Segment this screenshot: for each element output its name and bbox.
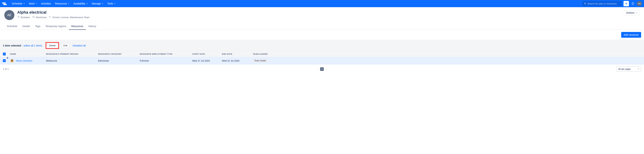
resources-table: Name Resource's Primary Region Resource … xyxy=(0,51,644,65)
select-all-link[interactable]: select all 1 items xyxy=(24,44,42,47)
meta-location: Brisbane xyxy=(17,16,30,19)
chevron-down-icon: ▼ xyxy=(23,3,25,4)
col-employment[interactable]: Resource Employment Type xyxy=(140,53,192,55)
col-end-date[interactable]: End Date xyxy=(222,53,253,55)
chevron-down-icon: ▼ xyxy=(36,3,37,4)
search-input[interactable] xyxy=(588,2,620,5)
resource-name-link[interactable]: Alison Johnston xyxy=(16,59,32,62)
top-navbar: Schedule▼ Work▼ Activities Resources▼ Av… xyxy=(0,0,644,7)
location-icon xyxy=(17,16,20,19)
svg-rect-3 xyxy=(33,16,34,18)
nav-resources[interactable]: Resources▼ xyxy=(53,1,71,6)
nav-schedule[interactable]: Schedule▼ xyxy=(10,1,26,6)
chevron-down-icon: ▼ xyxy=(68,3,70,4)
cell-category: Electrician xyxy=(98,59,140,62)
chevron-down-icon: ▼ xyxy=(638,68,639,70)
cell-start-date: Wed 17 Jul 2024 xyxy=(192,59,222,62)
col-team-leader[interactable]: Team Leader xyxy=(253,53,641,55)
cell-team-leader: Team leader xyxy=(253,59,641,62)
chevron-down-icon: ▼ xyxy=(102,3,103,4)
tabs: Schedule Details Tags Temporary regions … xyxy=(0,20,644,30)
nav-activities[interactable]: Activities xyxy=(39,1,53,6)
user-avatar[interactable]: HH xyxy=(637,1,642,6)
app-logo[interactable] xyxy=(2,2,7,5)
check-icon xyxy=(4,53,5,55)
tab-details[interactable]: Details xyxy=(20,23,32,30)
delete-button[interactable]: Delete xyxy=(46,43,58,48)
col-name[interactable]: Name xyxy=(10,53,46,55)
meta-role: Electrician xyxy=(32,16,46,19)
page-number[interactable]: 1 xyxy=(320,67,324,71)
briefcase-icon xyxy=(32,16,35,19)
tab-resources[interactable]: Resources xyxy=(69,23,86,30)
page-header: AE Alpha electrical Brisbane Electrician… xyxy=(0,7,644,20)
nav-menu: Schedule▼ Work▼ Activities Resources▼ Av… xyxy=(10,1,582,6)
svg-point-4 xyxy=(50,16,50,16)
tab-history[interactable]: History xyxy=(86,23,99,30)
table-header: Name Resource's Primary Region Resource … xyxy=(0,51,644,57)
col-start-date[interactable]: Start Date xyxy=(192,53,222,55)
add-resource-row: Add resource xyxy=(0,30,644,40)
entity-avatar: AE xyxy=(4,10,14,20)
delete-highlight: Delete xyxy=(46,42,59,49)
tab-tags[interactable]: Tags xyxy=(32,23,43,30)
select-all-checkbox[interactable] xyxy=(3,53,6,55)
pagination: 1 of 1 ‹ 1 › 30 per page ▼ xyxy=(0,65,644,73)
page-title: Alpha electrical xyxy=(17,10,621,15)
meta-row: Brisbane Electrician Drivers License, Ma… xyxy=(17,16,621,19)
page-info: 1 of 1 xyxy=(3,68,9,70)
nav-work[interactable]: Work▼ xyxy=(27,1,39,6)
selection-bar: 1 item selected - select all 1 items Del… xyxy=(0,40,644,51)
svg-rect-1 xyxy=(3,4,7,5)
deselect-all-link[interactable]: Deselect all xyxy=(72,44,86,47)
chevron-down-icon: ▼ xyxy=(86,3,88,4)
svg-rect-0 xyxy=(2,2,6,3)
nav-availability[interactable]: Availability▼ xyxy=(72,1,90,6)
cell-region: Melbourne xyxy=(46,59,98,62)
chevron-down-icon: ▼ xyxy=(114,3,116,4)
chevron-down-icon: ▼ xyxy=(636,12,637,14)
search-box[interactable] xyxy=(582,1,622,6)
sync-button[interactable] xyxy=(631,1,635,6)
cell-employment: Full-time xyxy=(140,59,192,62)
edit-button[interactable]: Edit xyxy=(61,43,70,48)
team-leader-badge: Team leader xyxy=(253,59,268,62)
prev-page[interactable]: ‹ xyxy=(316,67,319,71)
check-icon xyxy=(4,60,5,62)
resource-avatar: 👩 xyxy=(10,59,14,63)
add-button[interactable] xyxy=(624,1,629,6)
nav-manage[interactable]: Manage▼ xyxy=(90,1,105,6)
tab-temporary-regions[interactable]: Temporary regions xyxy=(43,23,69,30)
col-category[interactable]: Resource Category xyxy=(98,53,140,55)
paginator: ‹ 1 › xyxy=(316,67,328,71)
sync-icon xyxy=(631,2,634,5)
tab-schedule[interactable]: Schedule xyxy=(4,23,20,30)
row-checkbox[interactable] xyxy=(3,59,6,62)
meta-tags: Drivers License, Maintenance Team xyxy=(49,16,90,19)
add-resource-button[interactable]: Add resource xyxy=(621,32,641,38)
actions-button[interactable]: Actions ▼ xyxy=(624,10,640,15)
tag-icon xyxy=(49,16,52,19)
cell-end-date: Wed 31 Jul 2024 xyxy=(222,59,253,62)
table-row[interactable]: 👩 Alison Johnston Melbourne Electrician … xyxy=(0,57,644,65)
next-page[interactable]: › xyxy=(325,67,328,71)
svg-point-2 xyxy=(18,16,19,17)
col-region[interactable]: Resource's Primary Region xyxy=(46,53,98,55)
nav-tools[interactable]: Tools▼ xyxy=(106,1,118,6)
nav-right: HH xyxy=(582,1,642,6)
per-page-select[interactable]: 30 per page ▼ xyxy=(616,66,641,72)
search-icon xyxy=(584,2,586,5)
selection-count: 1 item selected - xyxy=(3,44,22,47)
plus-icon xyxy=(624,2,628,5)
